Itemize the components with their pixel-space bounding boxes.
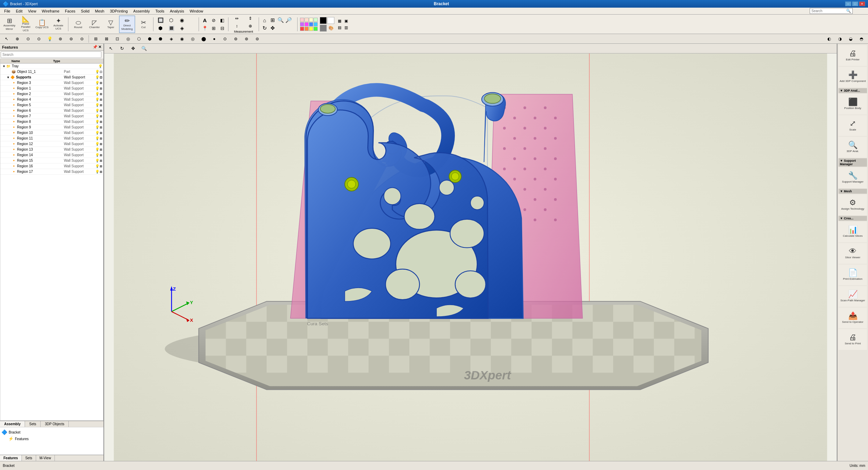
toolbar-view-rotate[interactable]: ↻ bbox=[261, 24, 268, 32]
print-estimation-button[interactable]: 📄 Print Estimation bbox=[838, 265, 867, 285]
tb2-nav-7[interactable]: ⊜ bbox=[66, 35, 76, 43]
3dp-anal-button[interactable]: 🔍 3DP Anal. bbox=[838, 137, 867, 158]
tree-item-region17[interactable]: 🔸 Region 17 Wall Support 💡 ⊠ bbox=[0, 169, 103, 175]
region-vis-region16[interactable]: 💡 bbox=[95, 164, 99, 168]
toolbar-assembly-mirror-button[interactable]: ⊞ Assembly Mirror bbox=[1, 16, 17, 33]
tab2-sets[interactable]: Sets bbox=[22, 455, 36, 461]
section-3dp-anal[interactable]: ▼ 3DP Anal... bbox=[838, 88, 867, 93]
region-vis-region12[interactable]: 💡 bbox=[95, 142, 99, 146]
color-swatch-2[interactable] bbox=[304, 18, 309, 22]
tb2-center-12[interactable]: ● bbox=[209, 35, 219, 43]
tree-item-region13[interactable]: 🔸 Region 13 Wall Support 💡 ⊠ bbox=[0, 147, 103, 152]
color-swatch-4[interactable] bbox=[314, 18, 318, 22]
toolbar-direct-modeling-button[interactable]: ✏ Direct Modeling bbox=[119, 16, 135, 33]
region-ctrl-region14[interactable]: ⊠ bbox=[100, 153, 102, 157]
features-search-input[interactable] bbox=[1, 51, 101, 58]
toolbar-view-pan[interactable]: ✥ bbox=[269, 24, 276, 32]
region-vis-region13[interactable]: 💡 bbox=[95, 148, 99, 151]
region-ctrl-region6[interactable]: ⊠ bbox=[100, 109, 102, 112]
menu-analysis[interactable]: Analysis bbox=[167, 8, 187, 14]
toolbar-measure-d[interactable]: ⊕ bbox=[244, 23, 257, 30]
tree-item-supports[interactable]: ▼ 🔶 Supports Wall Support 💡 ⊡ bbox=[0, 75, 103, 80]
color-gray[interactable] bbox=[320, 25, 327, 32]
region-ctrl-region13[interactable]: ⊠ bbox=[100, 148, 102, 151]
region-vis-region2[interactable]: 💡 bbox=[95, 92, 99, 96]
vp-tb-pan[interactable]: ✥ bbox=[128, 45, 138, 52]
tree-item-region7[interactable]: 🔸 Region 7 Wall Support 💡 ⊠ bbox=[0, 114, 103, 119]
menu-tools[interactable]: Tools bbox=[152, 8, 167, 14]
vp-tb-rotate[interactable]: ↻ bbox=[117, 45, 127, 52]
tb2-center-8[interactable]: ◈ bbox=[166, 35, 176, 43]
color-swatch-7[interactable] bbox=[309, 22, 313, 26]
tb2-nav-3[interactable]: ⊙ bbox=[23, 35, 33, 43]
tb2-nav-8[interactable]: ⊝ bbox=[77, 35, 87, 43]
toolbar-measure-a[interactable]: ⇔ bbox=[230, 15, 243, 22]
toolbar-cut-button[interactable]: ✂ Cut bbox=[135, 16, 151, 33]
menu-assembly[interactable]: Assembly bbox=[131, 8, 153, 14]
supports-expand-icon[interactable]: ▼ bbox=[7, 76, 10, 79]
toolbar-view-home[interactable]: ⌂ bbox=[261, 16, 268, 24]
tree-item-region14[interactable]: 🔸 Region 14 Wall Support 💡 ⊠ bbox=[0, 152, 103, 158]
tab2-features[interactable]: Features bbox=[0, 455, 22, 461]
section-crea[interactable]: ▼ Crea... bbox=[838, 216, 867, 221]
tree-item-region4[interactable]: 🔸 Region 4 Wall Support 💡 ⊠ bbox=[0, 97, 103, 102]
tb2-view-1[interactable]: ◐ bbox=[824, 35, 834, 43]
color-swatch-10[interactable] bbox=[304, 27, 309, 31]
toolbar-plane-parallel-button[interactable]: 📐 Plane Parallel UCS bbox=[18, 16, 34, 33]
tray-expand-icon[interactable]: ▼ bbox=[2, 65, 6, 68]
menu-3dprinting[interactable]: 3DPrinting bbox=[107, 8, 130, 14]
menu-solid[interactable]: Solid bbox=[78, 8, 92, 14]
tree-item-region5[interactable]: 🔸 Region 5 Wall Support 💡 ⊠ bbox=[0, 102, 103, 108]
supports-extra-icon[interactable]: ⊡ bbox=[100, 76, 102, 79]
display-mode-4[interactable]: ▥ bbox=[343, 24, 349, 31]
color-picker[interactable]: 🎨 bbox=[327, 25, 334, 32]
color-swatch-12[interactable] bbox=[314, 27, 318, 31]
toolbar-chamfer-button[interactable]: ◸ Chamfer bbox=[86, 16, 102, 33]
tree-item-region15[interactable]: 🔸 Region 15 Wall Support 💡 ⊠ bbox=[0, 158, 103, 163]
region-vis-region15[interactable]: 💡 bbox=[95, 159, 99, 162]
region-ctrl-region17[interactable]: ⊠ bbox=[100, 170, 102, 174]
tb2-nav-6[interactable]: ⊛ bbox=[55, 35, 66, 43]
tree-item-region3[interactable]: 🔸 Region 3 Wall Support 💡 ⊠ bbox=[0, 80, 103, 86]
region-vis-region6[interactable]: 💡 bbox=[95, 109, 99, 112]
tb2-center-13[interactable]: ⊙ bbox=[220, 35, 230, 43]
tb2-center-7[interactable]: ⬣ bbox=[155, 35, 166, 43]
region-ctrl-region4[interactable]: ⊠ bbox=[100, 98, 102, 101]
display-mode-3[interactable]: ▤ bbox=[336, 24, 343, 31]
position-body-button[interactable]: ⬛ Position Body bbox=[838, 94, 867, 115]
tb2-view-4[interactable]: ◓ bbox=[856, 35, 867, 43]
tree-item-region8[interactable]: 🔸 Region 8 Wall Support 💡 ⊠ bbox=[0, 119, 103, 125]
region-ctrl-region12[interactable]: ⊠ bbox=[100, 142, 102, 146]
toolbar-copy-ucs-button[interactable]: 📋 Copy UCS bbox=[34, 16, 50, 33]
support-manager-button[interactable]: 🔧 Support Manager bbox=[838, 167, 867, 188]
tb2-center-1[interactable]: ⊞ bbox=[91, 35, 101, 43]
region-ctrl-region2[interactable]: ⊠ bbox=[100, 92, 102, 96]
assembly-features-item[interactable]: ⚡ Features bbox=[1, 436, 102, 442]
menu-file[interactable]: File bbox=[1, 8, 13, 14]
color-swatch-3[interactable] bbox=[309, 18, 313, 22]
toolbar-text-e[interactable]: ⊞ bbox=[209, 24, 218, 32]
scale-button[interactable]: ⤢ Scale bbox=[838, 115, 867, 136]
tray-visibility-icon[interactable]: 💡 bbox=[98, 64, 102, 68]
toolbar-round-button[interactable]: ⬭ Round bbox=[70, 16, 86, 33]
maximize-button[interactable]: □ bbox=[852, 1, 858, 6]
region-ctrl-region11[interactable]: ⊠ bbox=[100, 137, 102, 140]
region-vis-region11[interactable]: 💡 bbox=[95, 136, 99, 140]
toolbar-tool-a5[interactable]: 🔳 bbox=[166, 24, 176, 32]
tb2-center-6[interactable]: ⬢ bbox=[144, 35, 155, 43]
object11-visibility-icon[interactable]: 💡 bbox=[95, 70, 99, 74]
tb2-center-11[interactable]: ⬤ bbox=[198, 35, 209, 43]
section-mesh[interactable]: ▼ Mesh bbox=[838, 189, 867, 194]
region-vis-region3[interactable]: 💡 bbox=[95, 81, 99, 85]
tree-item-region10[interactable]: 🔸 Region 10 Wall Support 💡 ⊠ bbox=[0, 130, 103, 136]
toolbar-taper-button[interactable]: ▽ Taper bbox=[103, 16, 119, 33]
tree-item-region2[interactable]: 🔸 Region 2 Wall Support 💡 ⊠ bbox=[0, 91, 103, 97]
toolbar-tool-a6[interactable]: ◈ bbox=[177, 24, 187, 32]
region-ctrl-region1[interactable]: ⊠ bbox=[100, 87, 102, 90]
tb2-center-10[interactable]: ◎ bbox=[187, 35, 198, 43]
region-vis-region14[interactable]: 💡 bbox=[95, 153, 99, 157]
vp-tb-select[interactable]: ↖ bbox=[106, 45, 116, 52]
region-vis-region10[interactable]: 💡 bbox=[95, 131, 99, 135]
assembly-bracket-item[interactable]: 🔷 Bracket bbox=[1, 429, 102, 436]
toolbar-tool-a3[interactable]: ◉ bbox=[177, 16, 187, 24]
